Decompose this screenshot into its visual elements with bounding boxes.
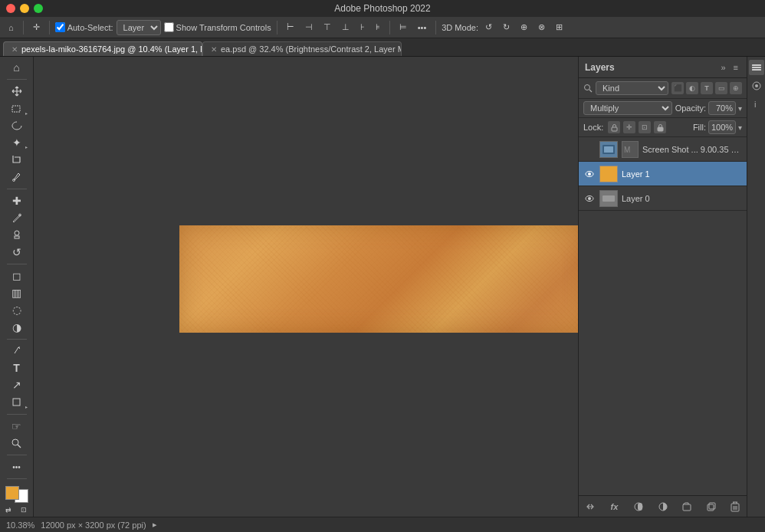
eraser-tool[interactable]: ◻ [5,268,28,284]
search-icon [583,84,593,93]
tab-1[interactable]: ✕ ea.psd @ 32.4% (Brightness/Contrast 2,… [202,41,402,56]
status-expand-btn[interactable]: ▸ [153,520,157,530]
layer-kind-filter[interactable]: Kind [596,81,668,95]
swap-colors-btn[interactable]: ⇄ [5,506,11,514]
align-left-btn[interactable]: ⊢ [283,21,298,34]
3d-orbit-btn[interactable]: ↻ [499,21,514,34]
lock-all-icon[interactable] [654,121,666,133]
panel-menu-icon[interactable]: ≡ [731,62,740,73]
brush-tool[interactable] [5,210,28,225]
maximize-button[interactable] [34,4,43,13]
fill-input[interactable] [708,120,736,134]
layers-panel-icon[interactable] [749,60,764,75]
filter-adjustment-icon[interactable]: ◐ [686,82,698,94]
pen-tool[interactable] [5,343,28,359]
3d-slide-btn[interactable]: ⊗ [534,21,549,34]
group-layers-btn[interactable] [680,500,694,514]
lock-position-icon[interactable]: ✛ [623,121,635,133]
layer-item-screenshot[interactable]: M Screen Shot ... 9.00.35 PM [579,137,747,162]
minimize-button[interactable] [20,4,29,13]
layers-panel: Layers » ≡ Kind ⬛ ◐ T [578,57,747,517]
tab-0-label: pexels-la-miko-3616764.jpg @ 10.4% (Laye… [21,44,202,54]
healing-brush-tool[interactable]: ✚ [5,193,28,209]
object-select-tool[interactable]: ✦ ▸ [5,135,28,150]
close-button[interactable] [6,4,15,13]
gradient-tool[interactable]: ▥ [5,285,28,300]
tab-0-close[interactable]: ✕ [11,45,18,54]
tab-1-close[interactable]: ✕ [211,45,217,54]
align-top-btn[interactable]: ⊥ [338,21,353,34]
lock-artboard-icon[interactable]: ⊡ [639,121,651,133]
svg-text:i: i [754,100,756,109]
filter-smart-icon[interactable]: ⊕ [730,82,742,94]
move-tool-btn[interactable]: ✛ [29,21,44,34]
link-layers-btn[interactable] [583,500,597,514]
transform-controls-checkbox[interactable] [164,22,174,32]
home-tool-btn[interactable]: ⌂ [5,21,18,34]
filter-shape-icon[interactable]: ▭ [715,82,727,94]
channels-panel-icon[interactable] [749,78,764,94]
history-brush-tool[interactable]: ↺ [5,245,28,260]
fx-btn[interactable]: fx [608,500,622,514]
align-right-btn[interactable]: ⊤ [320,21,335,34]
auto-select-checkbox[interactable] [55,22,65,32]
hand-tool[interactable]: ☞ [5,419,28,434]
more-btn[interactable]: ••• [414,21,431,34]
layer-visibility-0[interactable] [583,192,596,205]
layer-name-screenshot: Screen Shot ... 9.00.35 PM [642,145,742,154]
new-layer-btn[interactable] [704,500,718,514]
add-adjustment-btn[interactable] [656,500,670,514]
stamp-tool[interactable] [5,227,28,242]
foreground-color-swatch[interactable] [5,486,19,500]
add-mask-btn[interactable] [632,500,645,514]
filter-type-icons: ⬛ ◐ T ▭ ⊕ [671,82,742,94]
layer-filter-row: Kind ⬛ ◐ T ▭ ⊕ [579,78,747,99]
layer-name-1: Layer 1 [622,169,742,179]
path-select-tool[interactable]: ↗ [5,377,28,392]
blur-tool[interactable]: ◌ [5,302,28,317]
properties-panel-icon[interactable]: i [749,97,764,112]
align-center-v-btn[interactable]: ⊦ [356,21,369,34]
color-swatches[interactable] [5,486,28,503]
fill-dropdown-btn[interactable]: ▾ [738,123,742,132]
zoom-tool[interactable] [5,435,28,451]
tab-0[interactable]: ✕ pexels-la-miko-3616764.jpg @ 10.4% (La… [3,41,202,56]
default-colors-btn[interactable]: ⊡ [21,506,27,514]
delete-layer-btn[interactable] [728,500,742,514]
lock-pixels-icon[interactable] [608,121,620,133]
3d-rotate-btn[interactable]: ↺ [481,21,496,34]
3d-pan-btn[interactable]: ⊕ [517,21,531,34]
home-tool[interactable]: ⌂ [5,60,28,75]
layer-item-1[interactable]: Layer 1 [579,162,747,186]
shape-tool[interactable]: ▸ [5,395,28,410]
tool-sep-2 [7,264,27,264]
layer-visibility-1[interactable] [583,168,596,180]
rect-select-tool[interactable]: ▸ [5,100,28,116]
layer-visibility-screenshot[interactable] [583,143,596,156]
lasso-tool[interactable] [5,118,28,133]
text-tool[interactable]: T [5,360,28,376]
crop-tool[interactable] [5,152,28,167]
filter-text-icon[interactable]: T [701,82,713,94]
blend-mode-select[interactable]: Multiply [583,101,672,115]
align-bottom-btn[interactable]: ⊧ [372,21,384,34]
panel-expand-icon[interactable]: » [718,62,727,73]
layer-thumb-0 [599,190,618,207]
3d-scale-btn[interactable]: ⊞ [552,21,566,34]
canvas-texture-overlay [179,225,578,333]
right-side: Layers » ≡ Kind ⬛ ◐ T [578,57,765,517]
toolbar-sep-3 [277,21,277,34]
opacity-input[interactable] [708,101,736,115]
eyedropper-tool[interactable] [5,169,28,185]
layer-item-0[interactable]: Layer 0 [579,186,747,211]
more-tools-btn[interactable]: ••• [5,459,28,475]
opacity-dropdown-btn[interactable]: ▾ [738,104,742,113]
auto-select-dropdown[interactable]: Layer [117,20,161,35]
distribute-btn[interactable]: ⊨ [396,21,411,34]
svg-point-3 [15,231,19,235]
filter-pixel-icon[interactable]: ⬛ [671,82,684,94]
toolbar-sep-1 [23,21,24,34]
move-tool[interactable] [5,84,28,99]
align-center-h-btn[interactable]: ⊣ [301,21,317,34]
dodge-tool[interactable]: ◑ [5,320,28,335]
